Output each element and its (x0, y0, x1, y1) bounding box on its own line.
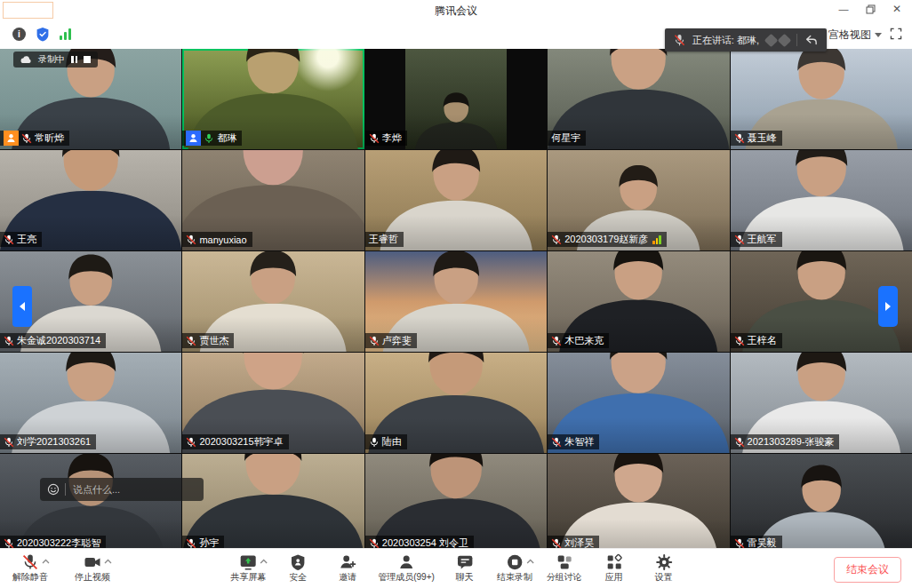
mic-status-icon (186, 437, 196, 448)
video-tile[interactable]: 王航军 (731, 150, 912, 250)
cloud-recording-icon (20, 55, 32, 64)
chevron-up-icon[interactable] (260, 559, 268, 564)
video-tile[interactable]: 2020303254 刘令卫 (365, 454, 547, 548)
video-tile[interactable]: 李烨 (365, 49, 547, 149)
network-status-icon[interactable] (60, 28, 71, 40)
meeting-info-icon[interactable]: i (12, 28, 26, 41)
participant-label: 木巴来克 (548, 333, 609, 348)
video-tile[interactable]: 木巴来克 (548, 251, 729, 352)
next-page-button[interactable] (878, 286, 898, 327)
participant-label: 王睿哲 (365, 232, 404, 247)
participant-name: 2020303254 刘令卫 (382, 536, 468, 548)
participant-name: 贾世杰 (199, 334, 228, 347)
participant-name: 刘泽昊 (564, 536, 594, 548)
reply-arrow-icon[interactable] (804, 34, 818, 46)
emoji-icon[interactable] (47, 483, 60, 496)
mic-status-icon (369, 133, 380, 144)
video-tile[interactable]: 贾世杰 (182, 251, 364, 352)
video-tile[interactable]: 卢弈斐 (365, 251, 547, 352)
video-tile[interactable]: 何星宇 (548, 49, 729, 149)
pause-recording-button[interactable] (71, 56, 77, 63)
fullscreen-button[interactable] (889, 27, 903, 41)
stop-video-button[interactable]: 停止视频 (73, 549, 112, 582)
security-shield-icon[interactable] (36, 27, 50, 42)
video-tile[interactable]: 聂玉峰 (731, 49, 912, 149)
chat-bubble-icon (456, 553, 474, 571)
participant-label: 2020303179赵新彦 (548, 232, 667, 247)
video-tile[interactable]: 王亮 (0, 150, 181, 250)
manage-members-button[interactable]: 管理成员(99+) (378, 549, 435, 582)
participant-label: 2020303254 刘令卫 (365, 536, 474, 548)
mic-status-icon (4, 538, 14, 549)
video-tile[interactable]: 王睿哲 (365, 150, 547, 250)
chevron-up-icon[interactable] (42, 559, 50, 564)
settings-button[interactable]: 设置 (644, 549, 684, 582)
participant-label: manyuxiao (182, 232, 252, 247)
participant-label: 都琳 (182, 131, 242, 146)
video-tile[interactable]: 2020303179赵新彦 (548, 150, 729, 250)
chevron-down-icon (875, 33, 882, 37)
participant-label: 陆由 (365, 434, 407, 449)
stop-record-button[interactable]: 结束录制 (495, 549, 534, 582)
video-tile[interactable]: 都琳 (182, 49, 364, 149)
participant-name: 王睿哲 (369, 233, 398, 246)
quick-chat-input[interactable] (71, 483, 164, 496)
view-mode-label: 宫格视图 (828, 28, 871, 43)
video-tile[interactable]: 雷昊毅 (731, 454, 912, 548)
video-tile[interactable]: 陆由 (365, 353, 547, 453)
minimize-button[interactable]: — (837, 2, 850, 16)
mic-status-icon (734, 336, 745, 346)
mic-status-icon (369, 336, 380, 346)
video-tile[interactable]: 2020303222李聪智 (0, 454, 181, 548)
stop-recording-button[interactable] (84, 56, 91, 63)
participant-label: 常昕烨 (0, 131, 69, 146)
chevron-up-icon[interactable] (526, 559, 534, 564)
network-signal-icon (652, 235, 661, 244)
video-tile[interactable]: 刘泽昊 (548, 454, 729, 548)
video-tile[interactable]: 2020303215韩宇卓 (182, 353, 364, 453)
participant-name: 2020303222李聪智 (17, 536, 100, 548)
title-bar: 腾讯会议 — ✕ (0, 0, 912, 20)
participant-label: 2020303215韩宇卓 (182, 434, 288, 449)
close-button[interactable]: ✕ (891, 2, 903, 16)
mic-status-icon (551, 234, 562, 245)
video-tile[interactable]: 刘学2021303261 (0, 353, 181, 453)
quick-chat-bar[interactable] (40, 478, 204, 501)
chat-button[interactable]: 聊天 (445, 549, 484, 582)
participant-name: 2020303179赵新彦 (564, 233, 648, 246)
video-tile[interactable]: 孙宇 (182, 454, 364, 548)
reaction-icons (766, 36, 789, 45)
breakout-rooms-button[interactable]: 分组讨论 (545, 549, 584, 582)
video-area: 常昕烨 (0, 49, 912, 548)
security-button[interactable]: 安全 (278, 549, 317, 582)
participant-label: 朱智祥 (548, 434, 599, 449)
participant-label: 2020303222李聪智 (0, 536, 106, 548)
share-screen-button[interactable]: 共享屏幕 (228, 549, 268, 582)
restore-button[interactable] (864, 2, 876, 16)
participant-video (548, 454, 729, 548)
video-tile[interactable]: manyuxiao (182, 150, 364, 250)
participant-label: 刘泽昊 (548, 536, 599, 548)
apps-button[interactable]: 应用 (595, 549, 634, 582)
invite-person-icon (339, 553, 356, 571)
participant-name: 木巴来克 (564, 334, 604, 347)
prev-page-button[interactable] (12, 286, 32, 327)
video-tile[interactable]: 2021303289-张骏豪 (731, 353, 912, 453)
end-meeting-button[interactable]: 结束会议 (834, 557, 901, 583)
speaking-toast-text: 正在讲话: 都琳, (692, 34, 759, 47)
mic-status-icon (4, 234, 14, 245)
participant-video (0, 454, 181, 548)
video-tile[interactable]: 朱智祥 (548, 353, 729, 453)
chevron-up-icon[interactable] (104, 559, 112, 564)
mic-status-icon (186, 234, 196, 245)
invite-button[interactable]: 邀请 (328, 549, 367, 582)
participant-name: 陆由 (382, 435, 402, 449)
participant-name: 王梓名 (748, 334, 777, 347)
participant-name: 王亮 (17, 233, 36, 246)
recording-label: 录制中 (38, 53, 65, 66)
mic-status-icon (4, 437, 14, 448)
unmute-button[interactable]: 解除静音 (11, 549, 50, 582)
mic-status-icon (551, 437, 562, 448)
role-badge-icon (186, 131, 201, 146)
participant-label: 朱金诚2020303714 (0, 333, 106, 348)
